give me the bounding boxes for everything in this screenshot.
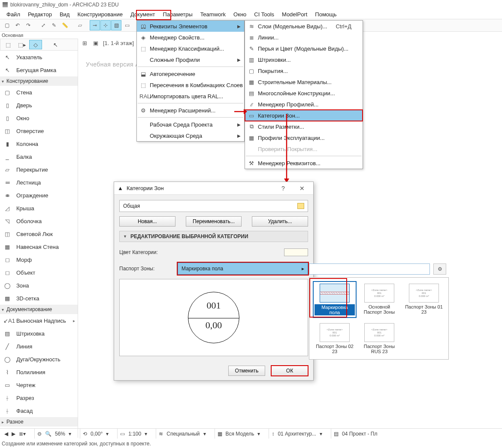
tool-Перекрытие[interactable]: ▱Перекрытие [0,163,78,176]
tool-Дверь[interactable]: ▯Дверь [0,99,78,112]
stamp-settings-button[interactable]: ⚙ [433,263,446,275]
tool-Штриховка[interactable]: ▨Штриховка [0,327,78,340]
tool-3D-сетка[interactable]: ▩3D-сетка [0,292,78,305]
menuitem-Многослойные Конструкции...[interactable]: ▤Многослойные Конструкции... [245,88,363,99]
menu-окно[interactable]: Окно [230,10,250,18]
element-attributes-submenu[interactable]: ≋Слои (Модельные Виды)...Ctrl+Д≣Линии...… [245,20,363,169]
menu-modelport[interactable]: ModelPort [278,10,311,18]
menuitem-Покрытия...[interactable]: ▢Покрытия... [245,65,363,76]
grid-view-icon[interactable]: ⊞ [81,40,88,46]
menuitem-Менеджер Классификаций...[interactable]: ⬚Менеджер Классификаций... [137,43,244,54]
tool-Отверстие[interactable]: ◫Отверстие [0,124,78,137]
menuitem-Линии...[interactable]: ≣Линии... [245,32,363,43]
zoom-value[interactable]: 56% [55,431,65,437]
menu-вид[interactable]: Вид [56,10,74,18]
tool-Лестница[interactable]: ⩸Лестница [0,176,78,189]
new-icon[interactable]: ▢ [2,20,12,30]
nav-list-icon[interactable]: ≣▾ [19,431,26,437]
tool-Бегущая Рамка[interactable]: ↖Бегущая Рамка [0,64,78,76]
gm-2[interactable]: ⬚▸ [15,40,28,49]
stamp-4[interactable]: <Zone name>0010.000 m²Паспорт Зоны RUS 2… [358,321,400,356]
menuitem-Стили Разметки...[interactable]: ⧉Стили Разметки... [245,121,363,132]
tool-Колонна[interactable]: ▮Колонна [0,137,78,150]
tool-Окно[interactable]: ▯Окно [0,112,78,124]
menuitem-Сложные Профили[interactable]: Сложные Профили▶ [137,54,244,65]
scale-value[interactable]: 1:100 [128,431,141,437]
tool-Оболочка[interactable]: ◹Оболочка [0,215,78,227]
tool-Навесная Стена[interactable]: ▦Навесная Стена [0,240,78,253]
menuitem-Строительные Материалы...[interactable]: ▦Строительные Материалы... [245,76,363,88]
new-category-button[interactable]: Новая... [119,216,175,227]
arch-value[interactable]: 01 Архитектур... [278,431,316,437]
gm-cursor[interactable]: ↖ [49,40,62,49]
ok-button[interactable]: ОК [271,366,308,376]
menuitem-Окружающая Среда[interactable]: Окружающая Среда▶ [137,130,244,141]
menuitem-Профили Эксплуатации...[interactable]: ▦Профили Эксплуатации... [245,132,363,143]
cancel-button[interactable]: Отменить [228,366,265,376]
tool-Зона[interactable]: ◯Зона [0,279,78,292]
angle-value[interactable]: 0,00° [91,431,103,437]
snap3-icon[interactable]: ▧ [111,20,121,30]
plane-icon[interactable]: ▱ [75,20,85,30]
marquee-icon[interactable]: ✎ [49,20,59,30]
menuitem-Перья и Цвет (Модельные Виды)...[interactable]: ✎Перья и Цвет (Модельные Виды)... [245,43,363,54]
gm-3[interactable]: ◇ [29,40,42,49]
menuitem-Автопересечение[interactable]: ⬓Автопересечение [137,68,244,79]
menu-параметры[interactable]: Параметры [159,10,197,18]
tool-Выносная Надпись[interactable]: ↙A1Выносная Надпись▸ [0,314,78,327]
tool-Объект[interactable]: ◻Объект [0,266,78,279]
tool-Световой Люк[interactable]: ◫Световой Люк [0,227,78,240]
rename-category-button[interactable]: Переименовать... [186,216,242,227]
zoom-fit-icon[interactable]: 🔍 [45,431,51,437]
menuitem-Менеджер Расширений...[interactable]: ⚙Менеджер Расширений... [137,105,244,116]
stamp-0[interactable]: Маркировка пола [314,282,356,317]
close-button[interactable]: ✕ [294,185,310,192]
group-misc[interactable]: ▸Разное [0,417,78,427]
tool-Крыша[interactable]: ◿Крыша [0,202,78,215]
nav-back-icon[interactable]: ◀ [4,431,8,437]
menu-помощь[interactable]: Помощь [311,10,340,18]
gm-1[interactable]: ⬚ [2,40,15,49]
category-select[interactable]: Общая [119,200,308,212]
menuitem-Пересечения в Комбинациях Слоев[interactable]: ⬚Пересечения в Комбинациях Слоев [137,79,244,91]
tool-Фасад[interactable]: ⟊Фасад [0,404,78,417]
tree-view-icon[interactable]: ▣ [92,40,100,46]
snap4-icon[interactable]: ▭ [122,20,132,30]
tool-Морф[interactable]: ◻Морф [0,253,78,266]
menu-teamwork[interactable]: Teamwork [197,10,230,18]
menuitem-Рабочая Среда Проекта[interactable]: Рабочая Среда Проекта▶ [137,119,244,130]
nav-fwd-icon[interactable]: ▶ [12,431,15,437]
menuitem-Категории Зон...[interactable]: ▭Категории Зон... [245,110,363,121]
tool-Разрез[interactable]: ⟊Разрез [0,391,78,404]
menu-файл[interactable]: Файл [3,10,24,18]
tool-Полилиния[interactable]: ⌇Полилиния [0,366,78,378]
tool-Дуга/Окружность[interactable]: ◯Дуга/Окружность [0,353,78,366]
stamp-2[interactable]: <Zone name>0010.000 m²Паспорт Зоны 01 23 [403,282,445,317]
snap1-icon[interactable]: ⊸ [90,20,100,30]
ruler-icon[interactable]: 📏 [60,20,70,30]
zone-passport-select[interactable]: Маркировка пола▸ [178,263,308,275]
model-value[interactable]: Вся Модель [226,431,254,437]
cursor-icon[interactable]: ⤢ [38,20,48,30]
tool-Линия[interactable]: ╱Линия [0,340,78,353]
tool-Балка[interactable]: ⎯Балка [0,150,78,163]
proj-value[interactable]: 04 Проект - Пл [342,431,378,437]
menuitem-Импортировать цвета RAL...[interactable]: RALИмпортировать цвета RAL... [137,91,244,102]
layer-combo-value[interactable]: Специальный [166,431,200,437]
delete-category-button[interactable]: Удалить... [252,216,308,227]
menu-конструирование[interactable]: Конструирование [73,10,126,18]
menuitem-Слои (Модельные Виды)...[interactable]: ≋Слои (Модельные Виды)...Ctrl+Д [245,21,363,32]
zoom-out-icon[interactable]: ⊖ [37,431,42,437]
menu-документ[interactable]: Документ [127,10,159,18]
menuitem-Менеджер Свойств...[interactable]: ◈Менеджер Свойств... [137,32,244,43]
menuitem-Штриховки...[interactable]: ▥Штриховки... [245,54,363,65]
menu-редактор[interactable]: Редактор [24,10,56,18]
rotate-icon[interactable]: ⟲ [83,431,87,437]
tool-Ограждение[interactable]: ⩩Ограждение [0,189,78,202]
menuitem-Менеджер Реквизитов...[interactable]: ⚒Менеджер Реквизитов... [245,157,363,169]
redo-icon[interactable]: ↷ [23,20,33,30]
menuitem-Реквизиты Элементов[interactable]: 🕮Реквизиты Элементов▶ [137,21,244,32]
tool-Чертеж[interactable]: ▭Чертеж [0,378,78,391]
snap2-icon[interactable]: ⊹ [100,20,111,30]
stamp-search-input[interactable] [309,263,430,275]
